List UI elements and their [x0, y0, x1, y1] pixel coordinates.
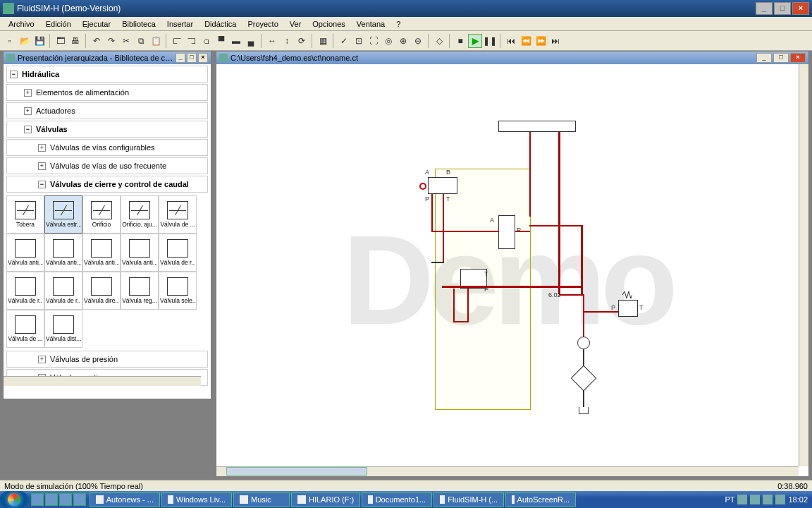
zoom-region-icon[interactable]: ⛶ [367, 34, 381, 48]
tree-vias-frecuente[interactable]: + Válvulas de vías de uso frecuente [6, 157, 208, 174]
open-icon[interactable]: 📂 [18, 34, 32, 48]
tree-actuadores[interactable]: + Actuadores [6, 102, 208, 119]
directional-valve[interactable] [498, 215, 515, 249]
tree-presion[interactable]: + Válvulas de presión [6, 351, 208, 368]
paste-icon[interactable]: 📋 [149, 34, 163, 48]
component-item[interactable]: Orificio [82, 195, 121, 234]
ql-icon[interactable] [59, 493, 72, 506]
component-item[interactable]: Válvula estr... [44, 195, 82, 234]
menu-archivo[interactable]: Archivo [3, 18, 40, 30]
library-tree[interactable]: − Hidráulica + Elementos de alimentación… [4, 64, 211, 386]
component-item[interactable]: Válvula de r... [6, 272, 44, 310]
component-item[interactable]: Tobera [6, 195, 44, 234]
panel-close-button[interactable]: × [198, 53, 208, 63]
panel-min-button[interactable]: _ [756, 53, 772, 63]
tray-icon[interactable] [750, 495, 760, 504]
zoom-out-icon[interactable]: ⊖ [411, 34, 425, 48]
tree-root[interactable]: − Hidráulica [6, 66, 208, 83]
zoom-in-icon[interactable]: ⊕ [396, 34, 410, 48]
align-bottom-icon[interactable]: ▄ [244, 34, 258, 48]
menu-insertar[interactable]: Insertar [161, 18, 199, 30]
start-button[interactable] [0, 491, 28, 508]
canvas-vscroll[interactable] [799, 64, 808, 466]
align-center-icon[interactable]: ⫎ [185, 34, 199, 48]
taskbar-item[interactable]: Music [233, 492, 290, 507]
component-item[interactable]: Válvula anti... [82, 234, 121, 272]
maximize-button[interactable]: □ [774, 2, 791, 15]
dist-h-icon[interactable]: ↔ [265, 34, 279, 48]
component-item[interactable]: Válvula de ... [159, 195, 197, 234]
taskbar-item[interactable]: HILARIO (F:) [291, 492, 360, 507]
align-top-icon[interactable]: ▀ [214, 34, 228, 48]
rotate-icon[interactable]: ⟳ [295, 34, 309, 48]
panel-max-button[interactable]: □ [187, 53, 197, 63]
redo-icon[interactable]: ↷ [104, 34, 118, 48]
collapse-icon[interactable]: − [24, 126, 32, 133]
pause-icon[interactable]: ❚❚ [483, 34, 497, 48]
component-item[interactable]: Válvula dire... [82, 272, 121, 310]
expand-icon[interactable]: + [38, 144, 46, 152]
component-item[interactable]: Válvula de r... [159, 234, 197, 272]
panel-max-button[interactable]: □ [773, 53, 789, 63]
pump-icon[interactable] [577, 337, 590, 349]
language-indicator[interactable]: PT [725, 495, 734, 504]
component-icon[interactable]: ◇ [432, 34, 446, 48]
print-icon[interactable]: 🖶 [68, 34, 82, 48]
collapse-icon[interactable]: − [38, 181, 46, 188]
expand-icon[interactable]: + [38, 356, 46, 363]
component-item[interactable]: Válvula de r... [44, 272, 82, 310]
tray-icon[interactable] [763, 495, 773, 504]
component-item[interactable]: Válvula anti... [44, 234, 82, 272]
taskbar-item[interactable]: FluidSIM-H (... [433, 492, 504, 507]
align-right-icon[interactable]: ⫏ [199, 34, 214, 48]
taskbar-item[interactable]: Autonews - ... [90, 492, 160, 507]
skip-back-icon[interactable]: ⏮ [504, 34, 518, 48]
ql-icon[interactable] [73, 493, 86, 506]
tank-icon[interactable] [579, 407, 589, 414]
taskbar-item[interactable]: Windows Liv... [161, 492, 232, 507]
zoom-100-icon[interactable]: ◎ [381, 34, 395, 48]
menu-ejecutar[interactable]: Ejecutar [77, 18, 116, 30]
stop-icon[interactable]: ■ [453, 34, 467, 48]
print-preview-icon[interactable]: 🗔 [54, 34, 68, 48]
menu-opciones[interactable]: Opciones [307, 18, 350, 30]
zoom-fit-icon[interactable]: ⊡ [352, 34, 366, 48]
taskbar-item[interactable]: Documento1... [362, 492, 432, 507]
tray-icon[interactable] [775, 495, 785, 504]
align-left-icon[interactable]: ⫍ [170, 34, 184, 48]
skip-fwd-icon[interactable]: ⏭ [548, 34, 562, 48]
library-hscroll[interactable] [4, 376, 201, 386]
tree-elementos[interactable]: + Elementos de alimentación [6, 84, 208, 101]
menu-ventana[interactable]: Ventana [351, 18, 390, 30]
component-item[interactable]: Válvula de ... [6, 310, 44, 348]
canvas-hscroll[interactable] [216, 466, 799, 476]
tray-icon[interactable] [737, 495, 747, 504]
ql-icon[interactable] [31, 493, 44, 506]
component-item[interactable]: Válvula dist... [44, 310, 82, 348]
cylinder[interactable] [498, 121, 576, 132]
filter-icon[interactable] [571, 365, 597, 392]
relief-valve[interactable] [618, 300, 638, 317]
component-item[interactable]: Válvula anti... [121, 234, 159, 272]
save-icon[interactable]: 💾 [32, 34, 47, 48]
taskbar-item[interactable]: AutoScreenR... [505, 492, 576, 507]
menu-didactica[interactable]: Didáctica [199, 18, 242, 30]
ql-icon[interactable] [45, 493, 58, 506]
align-middle-icon[interactable]: ▬ [229, 34, 243, 48]
tree-cierre-caudal[interactable]: − Válvulas de cierre y control de caudal [6, 176, 208, 193]
cut-icon[interactable]: ✂ [119, 34, 133, 48]
menu-biblioteca[interactable]: Biblioteca [116, 18, 161, 30]
tree-vias-config[interactable]: + Válvulas de vías configurables [6, 139, 208, 156]
copy-icon[interactable]: ⧉ [134, 34, 148, 48]
collapse-icon[interactable]: − [10, 71, 18, 78]
grid-icon[interactable]: ▦ [316, 34, 330, 48]
clock[interactable]: 18:02 [788, 495, 808, 504]
undo-icon[interactable]: ↶ [90, 34, 104, 48]
step-back-icon[interactable]: ⏪ [519, 34, 533, 48]
close-button[interactable]: × [792, 2, 809, 15]
play-icon[interactable]: ▶ [468, 34, 482, 48]
expand-icon[interactable]: + [38, 162, 46, 170]
new-icon[interactable]: ▫ [3, 34, 17, 48]
hscroll-thumb[interactable] [226, 467, 367, 476]
expand-icon[interactable]: + [24, 107, 32, 115]
